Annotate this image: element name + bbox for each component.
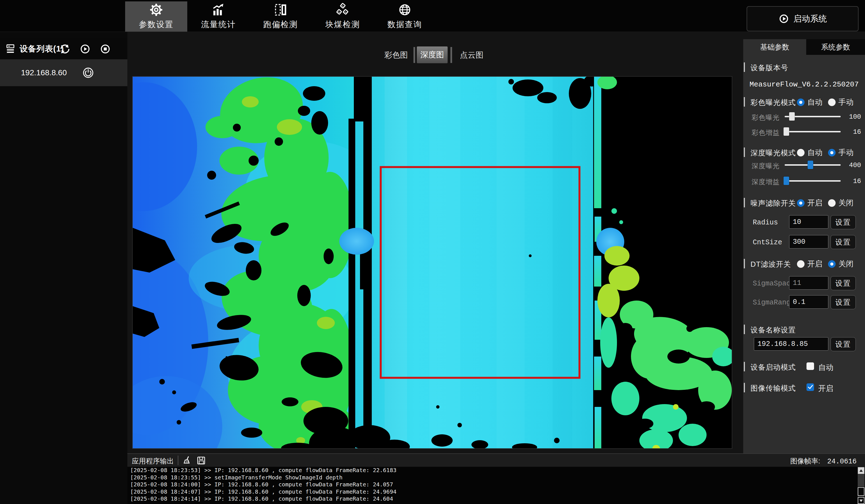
radius-set-button[interactable]: 设置 (831, 215, 856, 229)
tab-label: 点云图 (460, 50, 483, 60)
radius-input[interactable] (789, 215, 828, 228)
globe-icon (398, 3, 412, 17)
row-sigma-space: SigmaSpace 设置 (743, 276, 865, 291)
slider-handle[interactable] (808, 161, 813, 169)
scroll-up-icon[interactable] (858, 467, 864, 474)
gear-icon (149, 3, 163, 17)
tab-basic-params[interactable]: 基础参数 (743, 39, 806, 55)
depth-map-viewport[interactable] (132, 76, 732, 449)
field-label: Radius (753, 219, 778, 227)
slider-value: 100 (841, 113, 861, 121)
depth-exposure-slider[interactable] (785, 160, 841, 169)
radio-depth-manual[interactable]: 手动 (828, 148, 854, 157)
toolbar-item-parameter-settings[interactable]: 参数设置 (125, 1, 187, 32)
section-transfer-mode: 图像传输模式 开启 (743, 383, 865, 393)
start-system-button[interactable]: 启动系统 (747, 6, 858, 31)
field-label: SigmaRange (753, 298, 795, 307)
top-toolbar: 参数设置 流量统计 跑偏检测 (0, 0, 865, 32)
tab-system-params[interactable]: 系统参数 (806, 39, 865, 55)
slider-handle[interactable] (784, 177, 789, 185)
toolbar-item-flow-statistics[interactable]: 流量统计 (187, 1, 250, 32)
sigma-space-input[interactable] (789, 276, 828, 290)
coal-icon (336, 3, 350, 17)
scrollbar-track[interactable] (858, 474, 864, 487)
slider-label: 彩色增益 (752, 128, 783, 137)
device-name-input[interactable] (754, 337, 828, 351)
radio-label: 关闭 (839, 259, 854, 269)
radio-dot[interactable] (828, 260, 835, 268)
log-scrollbar[interactable] (857, 467, 865, 504)
slider-value: 16 (841, 177, 861, 185)
stop-icon[interactable] (100, 43, 111, 55)
tab-point-cloud[interactable]: 点云图 (460, 48, 483, 62)
toolbar-item-data-query[interactable]: 数据查询 (374, 1, 436, 32)
sigma-range-set-button[interactable]: 设置 (831, 295, 856, 309)
image-transfer-checkbox[interactable] (807, 383, 814, 391)
radio-dot[interactable] (797, 199, 805, 207)
refresh-icon[interactable] (59, 43, 71, 55)
tab-label: 基础参数 (760, 42, 789, 52)
slider-handle[interactable] (784, 127, 789, 136)
tab-label: 彩色图 (384, 50, 408, 60)
section-marker (744, 198, 745, 207)
radio-color-manual[interactable]: 手动 (828, 97, 854, 107)
power-icon[interactable] (82, 67, 94, 79)
device-name-set-button[interactable]: 设置 (831, 337, 856, 351)
radio-dt-on[interactable]: 开启 (797, 259, 822, 269)
radio-dot[interactable] (828, 149, 835, 156)
slider-track (785, 131, 841, 132)
row-sigma-range: SigmaRange 设置 (743, 295, 865, 310)
section-marker (744, 148, 745, 157)
cntsize-input[interactable] (789, 235, 828, 248)
radio-noise-off[interactable]: 关闭 (828, 198, 854, 208)
cntsize-set-button[interactable]: 设置 (831, 235, 856, 249)
row-radius: Radius 设置 (743, 215, 865, 230)
save-log-icon[interactable] (196, 456, 206, 466)
section-marker (744, 259, 745, 268)
radio-dot[interactable] (797, 98, 805, 106)
radio-label: 手动 (839, 97, 854, 107)
radio-color-auto[interactable]: 自动 (797, 97, 822, 107)
radio-dot[interactable] (828, 199, 835, 207)
depth-map-image (133, 77, 732, 448)
section-color-exposure-mode: 彩色曝光模式 自动 手动 (743, 97, 865, 107)
radio-dt-off[interactable]: 关闭 (828, 259, 854, 269)
toolbar-item-deviation-detection[interactable]: 跑偏检测 (250, 1, 312, 32)
radio-noise-on[interactable]: 开启 (797, 198, 822, 208)
sigma-space-set-button[interactable]: 设置 (831, 276, 856, 290)
device-row[interactable]: 192.168.8.60 (0, 59, 127, 86)
radio-label: 自动 (807, 148, 822, 157)
slider-track (785, 180, 841, 181)
radio-dot[interactable] (828, 98, 835, 106)
color-gain-slider[interactable] (785, 127, 841, 136)
radio-dot[interactable] (797, 149, 805, 156)
slider-value: 400 (841, 162, 861, 169)
slider-value: 16 (841, 128, 861, 136)
toolbar-item-lump-coal-detection[interactable]: 块煤检测 (312, 1, 374, 32)
radio-depth-auto[interactable]: 自动 (797, 148, 822, 157)
color-exposure-slider[interactable] (785, 112, 841, 121)
section-marker (744, 62, 745, 72)
scroll-down-icon[interactable] (858, 497, 864, 504)
section-title: 设备启动模式 (750, 362, 796, 372)
tab-depth-image[interactable]: 深度图 (417, 46, 448, 63)
clear-log-icon[interactable] (182, 456, 192, 466)
radio-dot[interactable] (797, 260, 805, 268)
play-icon[interactable] (79, 43, 91, 55)
tab-label: 系统参数 (821, 42, 850, 52)
slider-handle[interactable] (789, 112, 795, 121)
depth-gain-slider[interactable] (785, 176, 841, 185)
sigma-range-input[interactable] (789, 295, 828, 309)
section-title: 设备版本号 (750, 63, 788, 73)
frame-rate-status: 图像帧率: 24.0616 (790, 456, 857, 466)
scrollbar-thumb[interactable] (858, 487, 864, 496)
toolbar-item-label: 参数设置 (139, 19, 174, 30)
log-line: [2025-02-08 18:24:07] >> IP: 192.168.8.6… (127, 488, 865, 496)
log-output[interactable]: [2025-02-08 18:23:53] >> IP: 192.168.8.6… (127, 467, 865, 504)
auto-start-checkbox[interactable] (807, 362, 814, 370)
section-noise-filter: 噪声滤除开关 开启 关闭 (743, 198, 865, 208)
section-title: 深度曝光模式 (750, 148, 796, 158)
field-label: CntSize (753, 238, 782, 247)
section-depth-exposure-mode: 深度曝光模式 自动 手动 (743, 148, 865, 157)
tab-color-image[interactable]: 彩色图 (384, 48, 408, 62)
